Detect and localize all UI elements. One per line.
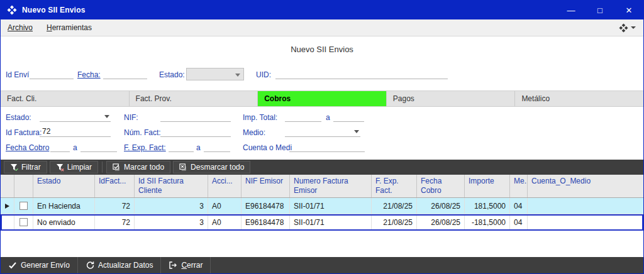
f-exp-fact-to-input[interactable] [204,141,230,152]
fecha-cobro-to-input[interactable] [80,141,117,152]
filter-estado-select[interactable] [40,111,111,122]
check-all-icon [113,163,121,172]
id-envio-input[interactable] [30,68,74,79]
tab-fact-cli[interactable]: Fact. Cli. [1,91,130,106]
fecha-cobro-link-label[interactable]: Fecha Cobro [6,143,49,152]
cell-medio: 04 [510,198,528,214]
imp-total-label: Imp. Total: [243,113,277,122]
actualizar-datos-button[interactable]: Actualizar Datos [78,257,161,273]
tab-metalico[interactable]: Metálico [515,91,643,106]
col-estado[interactable]: Estado [33,175,95,197]
col-numero-factura-emisor[interactable]: Numero Factura Emisor [290,175,372,197]
row-checkbox[interactable] [19,202,28,210]
cell-nif: E96184478 [242,214,290,230]
limpiar-label: Limpiar [67,163,92,172]
refresh-icon [86,261,94,270]
col-checkbox [14,175,33,197]
generar-envio-label: Generar Envío [21,261,70,270]
imp-total-range-sep: a [326,113,330,122]
cerrar-label: Cerrar [181,261,203,270]
fecha-link-label[interactable]: Fecha: [77,70,101,79]
tabstrip: Fact. Cli. Fact. Prov. Cobros Pagos Metá… [1,90,643,107]
cell-numero-factura: SII-01/71 [290,198,372,214]
table-row[interactable]: No enviado 72 3 A0 E96184478 SII-01/71 2… [1,214,643,231]
f-exp-fact-link-label[interactable]: F. Exp. Fact: [124,143,166,152]
medio-label: Medio: [243,128,265,137]
cuenta-medio-input[interactable] [289,141,365,152]
tab-fact-prov[interactable]: Fact. Prov. [130,91,258,106]
uid-input[interactable] [275,68,448,79]
row-arrow-icon [5,204,9,209]
close-button[interactable]: ✕ [614,1,643,19]
imp-total-to-input[interactable] [333,111,364,122]
marcar-todo-button[interactable]: Marcar todo [106,161,170,173]
grid-toolbar: Filtrar Limpiar Marcar todo Desmarcar to… [1,160,643,175]
maximize-button[interactable]: □ [586,1,614,19]
cell-accion: A0 [208,198,242,214]
page-title: Nuevo SII Envios [1,36,643,62]
menu-herramientas[interactable]: Herramientas [40,19,99,36]
minimize-button[interactable]: — [557,1,586,19]
col-row-indicator [1,175,14,197]
cell-nif: E96184478 [242,198,290,214]
cell-id-sii: 3 [135,198,208,214]
chevron-down-icon [235,74,240,77]
row-checkbox[interactable] [19,218,28,226]
col-id-sii-factura-cliente[interactable]: Id SII Factura Cliente [135,175,208,197]
tab-pagos[interactable]: Pagos [387,91,516,106]
chevron-down-icon [354,130,359,133]
col-importe[interactable]: Importe [465,175,510,197]
cell-id-sii: 3 [135,214,208,230]
menu-archivo[interactable]: Archivo [1,19,40,36]
imp-total-from-input[interactable] [285,111,321,122]
col-f-exp-fact[interactable]: F. Exp. Fact. [372,175,417,197]
nif-input[interactable] [160,111,231,122]
header-fields: Id Enví Fecha: Estado: UID: [1,62,643,90]
col-cuenta-o-medio[interactable]: Cuenta_O_Medio [528,175,643,197]
cell-importe: 181,5000 [465,198,510,214]
app-menu-button[interactable] [619,23,643,33]
col-fecha-cobro[interactable]: Fecha Cobro [417,175,465,197]
col-nif-emisor[interactable]: NIF Emisor [242,175,290,197]
estado-header-label: Estado: [159,70,185,79]
f-exp-fact-from-input[interactable] [169,141,194,152]
col-medio[interactable]: Me... [510,175,528,197]
cell-medio: 04 [510,214,528,230]
window-title: Nuevo SII Envios [22,6,86,14]
col-accion[interactable]: Acci... [208,175,242,197]
cell-estado: En Hacienda [33,198,95,214]
filter-panel: Estado: NIF: Imp. Total: a Id Factura: N… [1,107,643,160]
cuenta-medio-label: Cuenta o Medi [243,143,292,152]
grid-empty-area [1,231,643,257]
chevron-down-icon [631,26,636,29]
generar-envio-button[interactable]: Generar Envío [1,257,78,273]
actualizar-datos-label: Actualizar Datos [98,261,153,270]
medio-select[interactable] [285,126,360,137]
cell-accion: A0 [208,214,242,230]
cerrar-button[interactable]: Cerrar [161,257,211,273]
menu-herramientas-label: Herramientas [47,23,92,32]
filtrar-label: Filtrar [21,163,41,172]
app-menu-icon [619,23,628,33]
fecha-cobro-from-input[interactable] [50,141,70,152]
desmarcar-todo-button[interactable]: Desmarcar todo [173,161,250,173]
id-factura-input[interactable] [40,126,111,137]
cell-cuenta [528,198,643,214]
check-icon [8,261,17,270]
estado-header-select[interactable] [186,68,244,80]
table-header: Estado IdFact... Id SII Factura Cliente … [1,175,643,198]
fecha-input[interactable] [103,68,147,79]
table-row[interactable]: En Hacienda 72 3 A0 E96184478 SII-01/71 … [1,198,643,214]
cell-cuenta [528,214,643,230]
filter-clear-icon [56,163,64,172]
limpiar-button[interactable]: Limpiar [50,161,98,173]
col-idfact[interactable]: IdFact... [95,175,135,197]
num-fact-input[interactable] [160,126,231,137]
cell-fecha-cobro: 26/08/25 [417,198,465,214]
cell-importe: -181,5000 [465,214,510,230]
filter-icon [10,163,18,172]
tab-cobros[interactable]: Cobros [258,91,387,106]
cell-f-exp: 21/08/25 [372,214,417,230]
filtrar-button[interactable]: Filtrar [4,161,47,173]
window-titlebar: Nuevo SII Envios — □ ✕ [1,1,643,19]
